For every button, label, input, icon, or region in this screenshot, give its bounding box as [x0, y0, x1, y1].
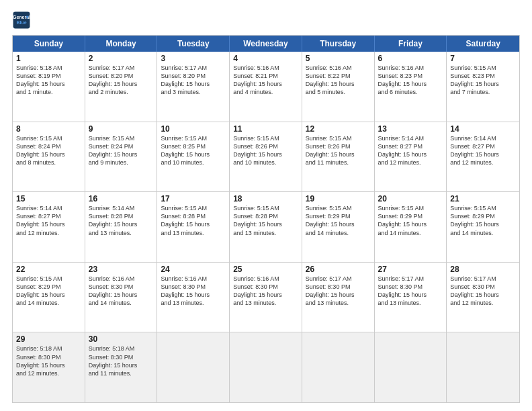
day-info: Sunrise: 5:17 AM Sunset: 8:30 PM Dayligh… — [450, 275, 516, 308]
calendar-cell: 26Sunrise: 5:17 AM Sunset: 8:30 PM Dayli… — [302, 263, 375, 332]
day-info: Sunrise: 5:18 AM Sunset: 8:30 PM Dayligh… — [89, 345, 154, 377]
calendar-cell: 8Sunrise: 5:15 AM Sunset: 8:24 PM Daylig… — [13, 122, 85, 192]
day-info: Sunrise: 5:18 AM Sunset: 8:30 PM Dayligh… — [16, 345, 81, 377]
day-number: 18 — [233, 194, 298, 203]
day-number: 12 — [306, 124, 371, 134]
day-number: 11 — [233, 124, 298, 134]
day-number: 28 — [450, 265, 516, 274]
day-info: Sunrise: 5:17 AM Sunset: 8:30 PM Dayligh… — [378, 275, 443, 308]
day-number: 5 — [306, 54, 371, 63]
day-number: 2 — [89, 54, 154, 63]
day-info: Sunrise: 5:15 AM Sunset: 8:26 PM Dayligh… — [306, 134, 371, 167]
day-number: 27 — [378, 265, 443, 274]
day-number: 22 — [16, 265, 81, 274]
weekday-header: Sunday — [13, 36, 85, 52]
day-number: 24 — [161, 265, 226, 274]
logo-icon: General Blue — [12, 11, 31, 30]
day-number: 30 — [89, 334, 154, 344]
weekday-header: Monday — [85, 36, 158, 52]
day-info: Sunrise: 5:15 AM Sunset: 8:24 PM Dayligh… — [16, 134, 81, 167]
calendar-cell: 13Sunrise: 5:14 AM Sunset: 8:27 PM Dayli… — [375, 122, 447, 192]
day-number: 4 — [233, 54, 298, 63]
calendar-cell: 3Sunrise: 5:17 AM Sunset: 8:20 PM Daylig… — [157, 52, 230, 122]
day-number: 1 — [16, 54, 81, 63]
calendar-cell: 7Sunrise: 5:15 AM Sunset: 8:23 PM Daylig… — [447, 52, 519, 122]
calendar-header: SundayMondayTuesdayWednesdayThursdayFrid… — [13, 36, 519, 52]
weekday-header: Thursday — [302, 36, 375, 52]
weekday-header: Tuesday — [157, 36, 230, 52]
weekday-header: Saturday — [447, 36, 519, 52]
day-number: 23 — [89, 265, 154, 274]
day-info: Sunrise: 5:16 AM Sunset: 8:21 PM Dayligh… — [233, 64, 298, 97]
day-info: Sunrise: 5:15 AM Sunset: 8:29 PM Dayligh… — [378, 204, 443, 237]
day-info: Sunrise: 5:16 AM Sunset: 8:30 PM Dayligh… — [161, 275, 226, 308]
day-info: Sunrise: 5:15 AM Sunset: 8:28 PM Dayligh… — [233, 204, 298, 237]
day-number: 9 — [89, 124, 154, 134]
calendar: SundayMondayTuesdayWednesdayThursdayFrid… — [12, 35, 520, 403]
calendar-week-row: 1Sunrise: 5:18 AM Sunset: 8:19 PM Daylig… — [13, 52, 519, 122]
calendar-cell: 10Sunrise: 5:15 AM Sunset: 8:25 PM Dayli… — [157, 122, 230, 192]
day-number: 19 — [306, 194, 371, 203]
calendar-cell: 27Sunrise: 5:17 AM Sunset: 8:30 PM Dayli… — [375, 263, 447, 332]
calendar-cell: 4Sunrise: 5:16 AM Sunset: 8:21 PM Daylig… — [230, 52, 302, 122]
calendar-cell: 23Sunrise: 5:16 AM Sunset: 8:30 PM Dayli… — [85, 263, 158, 332]
day-number: 3 — [161, 54, 226, 63]
day-info: Sunrise: 5:14 AM Sunset: 8:27 PM Dayligh… — [16, 204, 81, 237]
day-info: Sunrise: 5:15 AM Sunset: 8:25 PM Dayligh… — [161, 134, 226, 167]
calendar-cell: 28Sunrise: 5:17 AM Sunset: 8:30 PM Dayli… — [447, 263, 519, 332]
page: General Blue SundayMondayTuesdayWednesda… — [0, 0, 532, 411]
calendar-cell: 16Sunrise: 5:14 AM Sunset: 8:28 PM Dayli… — [85, 192, 158, 262]
svg-text:Blue: Blue — [16, 20, 26, 25]
day-info: Sunrise: 5:17 AM Sunset: 8:20 PM Dayligh… — [161, 64, 226, 97]
day-info: Sunrise: 5:15 AM Sunset: 8:24 PM Dayligh… — [89, 134, 154, 167]
calendar-cell — [302, 332, 375, 402]
calendar-cell: 15Sunrise: 5:14 AM Sunset: 8:27 PM Dayli… — [13, 192, 85, 262]
day-info: Sunrise: 5:16 AM Sunset: 8:30 PM Dayligh… — [233, 275, 298, 308]
calendar-week-row: 8Sunrise: 5:15 AM Sunset: 8:24 PM Daylig… — [13, 122, 519, 192]
weekday-header: Wednesday — [230, 36, 302, 52]
day-info: Sunrise: 5:15 AM Sunset: 8:29 PM Dayligh… — [16, 275, 81, 308]
calendar-cell: 19Sunrise: 5:15 AM Sunset: 8:29 PM Dayli… — [302, 192, 375, 262]
day-info: Sunrise: 5:16 AM Sunset: 8:22 PM Dayligh… — [306, 64, 371, 97]
day-number: 8 — [16, 124, 81, 134]
logo: General Blue — [12, 11, 31, 30]
day-info: Sunrise: 5:14 AM Sunset: 8:27 PM Dayligh… — [450, 134, 516, 167]
day-number: 21 — [450, 194, 516, 203]
calendar-cell — [230, 332, 302, 402]
calendar-cell: 18Sunrise: 5:15 AM Sunset: 8:28 PM Dayli… — [230, 192, 302, 262]
calendar-cell — [447, 332, 519, 402]
calendar-cell — [375, 332, 447, 402]
calendar-cell: 6Sunrise: 5:16 AM Sunset: 8:23 PM Daylig… — [375, 52, 447, 122]
day-info: Sunrise: 5:15 AM Sunset: 8:29 PM Dayligh… — [306, 204, 371, 237]
calendar-cell: 29Sunrise: 5:18 AM Sunset: 8:30 PM Dayli… — [13, 332, 85, 402]
calendar-cell: 2Sunrise: 5:17 AM Sunset: 8:20 PM Daylig… — [85, 52, 158, 122]
calendar-week-row: 22Sunrise: 5:15 AM Sunset: 8:29 PM Dayli… — [13, 262, 519, 332]
day-number: 20 — [378, 194, 443, 203]
calendar-week-row: 29Sunrise: 5:18 AM Sunset: 8:30 PM Dayli… — [13, 332, 519, 402]
weekday-header: Friday — [375, 36, 447, 52]
calendar-week-row: 15Sunrise: 5:14 AM Sunset: 8:27 PM Dayli… — [13, 191, 519, 262]
day-number: 6 — [378, 54, 443, 63]
calendar-cell: 25Sunrise: 5:16 AM Sunset: 8:30 PM Dayli… — [230, 263, 302, 332]
calendar-cell: 5Sunrise: 5:16 AM Sunset: 8:22 PM Daylig… — [302, 52, 375, 122]
calendar-cell: 1Sunrise: 5:18 AM Sunset: 8:19 PM Daylig… — [13, 52, 85, 122]
calendar-cell: 30Sunrise: 5:18 AM Sunset: 8:30 PM Dayli… — [85, 332, 158, 402]
day-info: Sunrise: 5:16 AM Sunset: 8:23 PM Dayligh… — [378, 64, 443, 97]
calendar-cell: 14Sunrise: 5:14 AM Sunset: 8:27 PM Dayli… — [447, 122, 519, 192]
day-number: 14 — [450, 124, 516, 134]
day-info: Sunrise: 5:17 AM Sunset: 8:30 PM Dayligh… — [306, 275, 371, 308]
day-info: Sunrise: 5:16 AM Sunset: 8:30 PM Dayligh… — [89, 275, 154, 308]
day-info: Sunrise: 5:18 AM Sunset: 8:19 PM Dayligh… — [16, 64, 81, 97]
day-number: 17 — [161, 194, 226, 203]
day-number: 26 — [306, 265, 371, 274]
calendar-cell: 9Sunrise: 5:15 AM Sunset: 8:24 PM Daylig… — [85, 122, 158, 192]
header: General Blue — [12, 11, 520, 30]
day-number: 13 — [378, 124, 443, 134]
calendar-cell: 20Sunrise: 5:15 AM Sunset: 8:29 PM Dayli… — [375, 192, 447, 262]
calendar-cell — [157, 332, 230, 402]
day-info: Sunrise: 5:14 AM Sunset: 8:27 PM Dayligh… — [378, 134, 443, 167]
day-number: 10 — [161, 124, 226, 134]
day-number: 25 — [233, 265, 298, 274]
calendar-cell: 22Sunrise: 5:15 AM Sunset: 8:29 PM Dayli… — [13, 263, 85, 332]
day-number: 7 — [450, 54, 516, 63]
